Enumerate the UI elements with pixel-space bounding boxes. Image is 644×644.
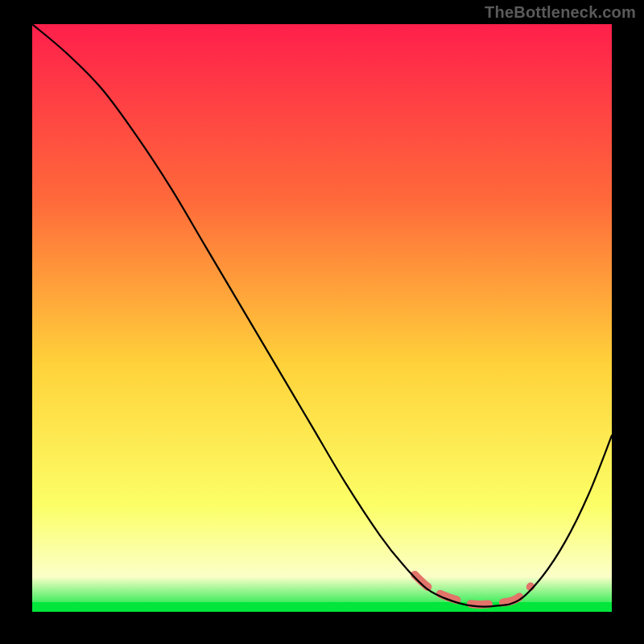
watermark-text: TheBottleneck.com xyxy=(485,3,636,22)
plot-area xyxy=(32,24,612,612)
bottleneck-chart xyxy=(32,24,612,612)
green-baseline-band xyxy=(32,602,612,612)
chart-frame: TheBottleneck.com xyxy=(0,0,644,644)
